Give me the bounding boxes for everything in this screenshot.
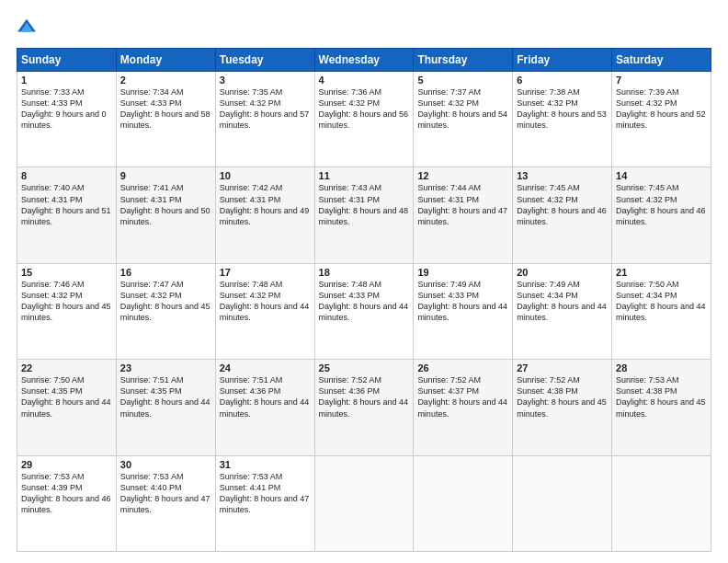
cell-details: Sunrise: 7:53 AMSunset: 4:38 PMDaylight:… (616, 375, 706, 418)
day-number: 21 (616, 267, 707, 278)
day-number: 26 (417, 362, 508, 373)
calendar-cell: 12 Sunrise: 7:44 AMSunset: 4:31 PMDaylig… (414, 167, 513, 263)
day-number: 4 (319, 75, 410, 86)
cell-details: Sunrise: 7:39 AMSunset: 4:32 PMDaylight:… (616, 87, 706, 130)
logo-icon (17, 17, 37, 37)
day-number: 30 (120, 459, 211, 470)
cell-details: Sunrise: 7:51 AMSunset: 4:35 PMDaylight:… (120, 375, 210, 418)
calendar-cell: 16 Sunrise: 7:47 AMSunset: 4:32 PMDaylig… (116, 263, 215, 359)
cell-details: Sunrise: 7:45 AMSunset: 4:32 PMDaylight:… (517, 183, 607, 225)
day-number: 31 (220, 459, 311, 470)
week-row-2: 8 Sunrise: 7:40 AMSunset: 4:31 PMDayligh… (17, 167, 711, 263)
col-header-tuesday: Tuesday (215, 49, 314, 72)
calendar-cell: 26 Sunrise: 7:52 AMSunset: 4:37 PMDaylig… (414, 360, 513, 455)
cell-details: Sunrise: 7:53 AMSunset: 4:41 PMDaylight:… (220, 472, 310, 514)
cell-details: Sunrise: 7:34 AMSunset: 4:33 PMDaylight:… (120, 87, 210, 130)
day-number: 15 (21, 267, 112, 278)
calendar-cell: 20 Sunrise: 7:49 AMSunset: 4:34 PMDaylig… (513, 263, 612, 359)
calendar-cell: 22 Sunrise: 7:50 AMSunset: 4:35 PMDaylig… (17, 360, 117, 455)
cell-details: Sunrise: 7:52 AMSunset: 4:37 PMDaylight:… (417, 375, 507, 418)
calendar-cell: 17 Sunrise: 7:48 AMSunset: 4:32 PMDaylig… (215, 263, 314, 359)
calendar-cell (314, 455, 414, 551)
calendar-cell (513, 455, 612, 551)
day-number: 24 (220, 362, 311, 373)
calendar-cell: 14 Sunrise: 7:45 AMSunset: 4:32 PMDaylig… (612, 167, 711, 263)
day-number: 28 (616, 362, 707, 373)
cell-details: Sunrise: 7:50 AMSunset: 4:34 PMDaylight:… (616, 280, 706, 322)
calendar-cell: 24 Sunrise: 7:51 AMSunset: 4:36 PMDaylig… (215, 360, 314, 455)
calendar-cell: 5 Sunrise: 7:37 AMSunset: 4:32 PMDayligh… (414, 72, 513, 167)
col-header-friday: Friday (513, 49, 612, 72)
cell-details: Sunrise: 7:53 AMSunset: 4:39 PMDaylight:… (21, 472, 111, 514)
calendar-cell: 15 Sunrise: 7:46 AMSunset: 4:32 PMDaylig… (17, 263, 117, 359)
cell-details: Sunrise: 7:49 AMSunset: 4:34 PMDaylight:… (517, 280, 607, 322)
cell-details: Sunrise: 7:40 AMSunset: 4:31 PMDaylight:… (21, 183, 111, 225)
col-header-wednesday: Wednesday (314, 49, 414, 72)
cell-details: Sunrise: 7:33 AMSunset: 4:33 PMDaylight:… (21, 87, 107, 130)
cell-details: Sunrise: 7:38 AMSunset: 4:32 PMDaylight:… (517, 87, 607, 130)
day-number: 29 (21, 459, 112, 470)
cell-details: Sunrise: 7:45 AMSunset: 4:32 PMDaylight:… (616, 183, 706, 225)
calendar-cell: 8 Sunrise: 7:40 AMSunset: 4:31 PMDayligh… (17, 167, 117, 263)
page: SundayMondayTuesdayWednesdayThursdayFrid… (0, 0, 728, 563)
day-number: 25 (319, 362, 410, 373)
calendar-cell: 11 Sunrise: 7:43 AMSunset: 4:31 PMDaylig… (314, 167, 414, 263)
day-number: 27 (517, 362, 608, 373)
week-row-4: 22 Sunrise: 7:50 AMSunset: 4:35 PMDaylig… (17, 360, 711, 455)
cell-details: Sunrise: 7:47 AMSunset: 4:32 PMDaylight:… (120, 280, 210, 322)
calendar-cell: 4 Sunrise: 7:36 AMSunset: 4:32 PMDayligh… (314, 72, 414, 167)
week-row-5: 29 Sunrise: 7:53 AMSunset: 4:39 PMDaylig… (17, 455, 711, 551)
week-row-3: 15 Sunrise: 7:46 AMSunset: 4:32 PMDaylig… (17, 263, 711, 359)
calendar-cell: 7 Sunrise: 7:39 AMSunset: 4:32 PMDayligh… (612, 72, 711, 167)
calendar-cell (612, 455, 711, 551)
calendar-cell (414, 455, 513, 551)
day-number: 13 (517, 170, 608, 181)
calendar-cell: 23 Sunrise: 7:51 AMSunset: 4:35 PMDaylig… (116, 360, 215, 455)
cell-details: Sunrise: 7:50 AMSunset: 4:35 PMDaylight:… (21, 375, 111, 418)
day-number: 17 (220, 267, 311, 278)
calendar-cell: 2 Sunrise: 7:34 AMSunset: 4:33 PMDayligh… (116, 72, 215, 167)
calendar-cell: 30 Sunrise: 7:53 AMSunset: 4:40 PMDaylig… (116, 455, 215, 551)
cell-details: Sunrise: 7:44 AMSunset: 4:31 PMDaylight:… (417, 183, 507, 225)
day-number: 11 (319, 170, 410, 181)
calendar-cell: 29 Sunrise: 7:53 AMSunset: 4:39 PMDaylig… (17, 455, 117, 551)
cell-details: Sunrise: 7:51 AMSunset: 4:36 PMDaylight:… (220, 375, 310, 418)
calendar-header-row: SundayMondayTuesdayWednesdayThursdayFrid… (17, 49, 711, 72)
col-header-sunday: Sunday (17, 49, 117, 72)
week-row-1: 1 Sunrise: 7:33 AMSunset: 4:33 PMDayligh… (17, 72, 711, 167)
day-number: 23 (120, 362, 211, 373)
day-number: 14 (616, 170, 707, 181)
calendar-cell: 19 Sunrise: 7:49 AMSunset: 4:33 PMDaylig… (414, 263, 513, 359)
header (17, 17, 711, 39)
calendar-cell: 6 Sunrise: 7:38 AMSunset: 4:32 PMDayligh… (513, 72, 612, 167)
day-number: 7 (616, 75, 707, 86)
day-number: 8 (21, 170, 112, 181)
cell-details: Sunrise: 7:53 AMSunset: 4:40 PMDaylight:… (120, 472, 210, 514)
calendar-cell: 25 Sunrise: 7:52 AMSunset: 4:36 PMDaylig… (314, 360, 414, 455)
cell-details: Sunrise: 7:42 AMSunset: 4:31 PMDaylight:… (220, 183, 310, 225)
cell-details: Sunrise: 7:52 AMSunset: 4:38 PMDaylight:… (517, 375, 607, 418)
day-number: 19 (417, 267, 508, 278)
cell-details: Sunrise: 7:41 AMSunset: 4:31 PMDaylight:… (120, 183, 210, 225)
calendar-cell: 10 Sunrise: 7:42 AMSunset: 4:31 PMDaylig… (215, 167, 314, 263)
cell-details: Sunrise: 7:43 AMSunset: 4:31 PMDaylight:… (319, 183, 409, 225)
calendar-cell: 18 Sunrise: 7:48 AMSunset: 4:33 PMDaylig… (314, 263, 414, 359)
day-number: 9 (120, 170, 211, 181)
day-number: 20 (517, 267, 608, 278)
cell-details: Sunrise: 7:49 AMSunset: 4:33 PMDaylight:… (417, 280, 507, 322)
cell-details: Sunrise: 7:35 AMSunset: 4:32 PMDaylight:… (220, 87, 310, 130)
calendar-cell: 3 Sunrise: 7:35 AMSunset: 4:32 PMDayligh… (215, 72, 314, 167)
cell-details: Sunrise: 7:37 AMSunset: 4:32 PMDaylight:… (417, 87, 507, 130)
calendar-cell: 31 Sunrise: 7:53 AMSunset: 4:41 PMDaylig… (215, 455, 314, 551)
calendar-cell: 21 Sunrise: 7:50 AMSunset: 4:34 PMDaylig… (612, 263, 711, 359)
day-number: 5 (417, 75, 508, 86)
day-number: 2 (120, 75, 211, 86)
day-number: 16 (120, 267, 211, 278)
day-number: 3 (220, 75, 311, 86)
day-number: 12 (417, 170, 508, 181)
cell-details: Sunrise: 7:36 AMSunset: 4:32 PMDaylight:… (319, 87, 409, 130)
calendar-cell: 9 Sunrise: 7:41 AMSunset: 4:31 PMDayligh… (116, 167, 215, 263)
cell-details: Sunrise: 7:46 AMSunset: 4:32 PMDaylight:… (21, 280, 111, 322)
col-header-thursday: Thursday (414, 49, 513, 72)
cell-details: Sunrise: 7:48 AMSunset: 4:32 PMDaylight:… (220, 280, 310, 322)
